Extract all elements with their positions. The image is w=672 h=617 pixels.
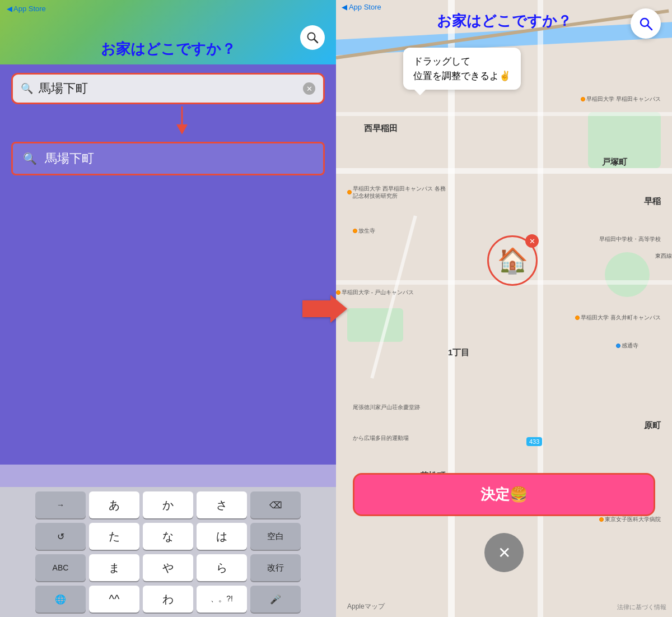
poi-joshi-ika: 東京女子医科大学病院 bbox=[599, 516, 661, 523]
map-road-v2 bbox=[538, 0, 543, 617]
key-hatena[interactable]: ^^ bbox=[89, 586, 139, 613]
down-arrow bbox=[171, 106, 193, 137]
map-label-haramachi: 原町 bbox=[644, 420, 661, 431]
confirm-button[interactable]: 決定🍔 bbox=[353, 473, 655, 516]
close-x-icon: ✕ bbox=[498, 544, 511, 562]
key-wa[interactable]: わ bbox=[143, 586, 193, 613]
map-road-v1 bbox=[448, 0, 455, 617]
close-bottom-button[interactable]: ✕ bbox=[484, 533, 524, 572]
svg-marker-3 bbox=[176, 124, 188, 134]
key-arrow[interactable]: → bbox=[35, 491, 86, 518]
keyboard: → あ か さ ⌫ ↺ た な は 空白 ABC ま や ら 改行 🌐 ^^ わ… bbox=[0, 487, 336, 617]
poi-nishi-waseda-campus: 早稲田大学 西早稲田キャンパス 各務記念材技術研究所 bbox=[347, 185, 448, 200]
key-globe[interactable]: 🌐 bbox=[35, 586, 86, 613]
back-arrow-icon: ◀ bbox=[7, 4, 12, 13]
key-mic[interactable]: 🎤 bbox=[250, 586, 301, 613]
left-title: お家はどこですか？ bbox=[0, 11, 336, 64]
back-arrow-right-icon: ◀ bbox=[342, 3, 347, 11]
keyboard-row-4: 🌐 ^^ わ 、。?! 🎤 bbox=[2, 586, 334, 613]
keyboard-row-1: → あ か さ ⌫ bbox=[2, 491, 334, 518]
key-a[interactable]: あ bbox=[89, 491, 139, 518]
suggestion-search-icon: 🔍 bbox=[23, 152, 37, 165]
map-label-totsuka: 戸塚町 bbox=[602, 157, 627, 168]
app-store-bar-left: ◀ App Store bbox=[7, 4, 46, 13]
search-icon bbox=[306, 31, 319, 44]
poi-owari: 尾張徳川家戸山荘余慶堂跡 bbox=[353, 403, 420, 411]
poi-waseda-campus: 早稲田大学 早稲田キャンパス bbox=[581, 95, 661, 103]
key-ka[interactable]: か bbox=[143, 491, 193, 518]
poi-dot-waseda bbox=[581, 97, 585, 101]
key-undo[interactable]: ↺ bbox=[35, 523, 86, 550]
svg-marker-4 bbox=[302, 295, 347, 323]
svg-line-6 bbox=[648, 26, 652, 30]
right-title: お家はどこですか？ bbox=[336, 11, 672, 31]
right-search-icon bbox=[638, 16, 653, 31]
key-ya[interactable]: や bbox=[143, 554, 193, 581]
map-background bbox=[336, 0, 672, 617]
legal-label: 法律に基づく情報 bbox=[617, 603, 666, 611]
poi-waseda-middle: 早稲田中学校・高等学校 bbox=[599, 235, 661, 243]
map-road-diag bbox=[370, 215, 417, 378]
key-na[interactable]: な bbox=[143, 523, 193, 550]
tooltip-text: ドラッグして位置を調整できるよ✌️ bbox=[413, 56, 511, 81]
poi-hossho-ji: 放生寺 bbox=[353, 227, 375, 235]
keyboard-row-2: ↺ た な は 空白 bbox=[2, 523, 334, 550]
poi-kikuicho: 早稲田大学 喜久井町キャンパス bbox=[575, 314, 661, 322]
search-box[interactable]: 🔍 馬場下町 ✕ bbox=[11, 73, 325, 104]
poi-kantsuu-ji: 感通寺 bbox=[616, 342, 638, 350]
map-road-h3 bbox=[336, 112, 672, 116]
map-road-h1 bbox=[336, 168, 672, 174]
right-panel: ◀ App Store お家はどこですか？ 西早稲田 戸塚町 早稲 1丁目 若松… bbox=[336, 0, 672, 617]
app-store-bar-right: ◀ App Store bbox=[342, 3, 381, 11]
search-box-container: 🔍 馬場下町 ✕ bbox=[11, 73, 325, 104]
transition-arrow bbox=[302, 292, 347, 326]
key-punct[interactable]: 、。?! bbox=[197, 586, 247, 613]
poi-dot-kantsuu bbox=[616, 344, 620, 348]
tooltip-box: ドラッグして位置を調整できるよ✌️ bbox=[403, 48, 521, 90]
poi-dot-kikui bbox=[575, 316, 580, 320]
key-ma[interactable]: ま bbox=[89, 554, 139, 581]
house-close-button[interactable]: ✕ bbox=[525, 234, 539, 248]
map-label-1chome: 1丁目 bbox=[448, 347, 469, 358]
house-icon: 🏠 bbox=[497, 246, 528, 275]
key-sa[interactable]: さ bbox=[197, 491, 247, 518]
map-label-nishi-waseda: 西早稲田 bbox=[364, 123, 398, 134]
keyboard-row-3: ABC ま や ら 改行 bbox=[2, 554, 334, 581]
key-ta[interactable]: た bbox=[89, 523, 139, 550]
search-clear-button[interactable]: ✕ bbox=[303, 82, 315, 95]
house-circle: 🏠 ✕ bbox=[487, 235, 538, 286]
poi-koen: から広場多目的運動場 bbox=[353, 434, 409, 442]
apple-maps-label: Appleマップ bbox=[347, 602, 385, 611]
search-text-value: 馬場下町 bbox=[39, 80, 297, 97]
key-abc[interactable]: ABC bbox=[35, 554, 86, 581]
keyboard-gap bbox=[0, 465, 336, 487]
right-search-button[interactable] bbox=[631, 8, 661, 39]
poi-dot-joshi bbox=[599, 517, 604, 522]
right-header: お家はどこですか？ bbox=[336, 11, 672, 31]
key-space[interactable]: 空白 bbox=[250, 523, 301, 550]
key-ha[interactable]: は bbox=[197, 523, 247, 550]
key-delete[interactable]: ⌫ bbox=[250, 491, 301, 518]
purple-search-area: 🔍 馬場下町 ✕ 🔍 馬場下町 bbox=[0, 64, 336, 465]
poi-dot-hossho bbox=[353, 229, 357, 233]
map-park-3 bbox=[347, 308, 403, 342]
svg-line-1 bbox=[314, 39, 318, 43]
house-pin[interactable]: 🏠 ✕ bbox=[487, 235, 538, 286]
poi-dot-nishi bbox=[347, 190, 352, 194]
key-return[interactable]: 改行 bbox=[250, 554, 301, 581]
search-suggestion-item[interactable]: 🔍 馬場下町 bbox=[11, 142, 325, 175]
poi-tozai: 東西線 bbox=[655, 252, 672, 260]
search-magnifier-icon: 🔍 bbox=[21, 82, 33, 95]
map-park-2 bbox=[605, 252, 650, 297]
between-arrow bbox=[302, 292, 347, 326]
suggestion-text: 馬場下町 bbox=[45, 150, 94, 167]
poi-toyama-campus: 早稲田大学 - 戸山キャンパス bbox=[336, 289, 414, 296]
route-number-badge: 433 bbox=[526, 437, 542, 446]
left-search-icon-button[interactable] bbox=[300, 25, 325, 50]
map-label-waseda: 早稲 bbox=[644, 196, 661, 207]
key-ra[interactable]: ら bbox=[197, 554, 247, 581]
left-panel: ◀ App Store お家はどこですか？ 🔍 馬場下町 ✕ bbox=[0, 0, 336, 617]
